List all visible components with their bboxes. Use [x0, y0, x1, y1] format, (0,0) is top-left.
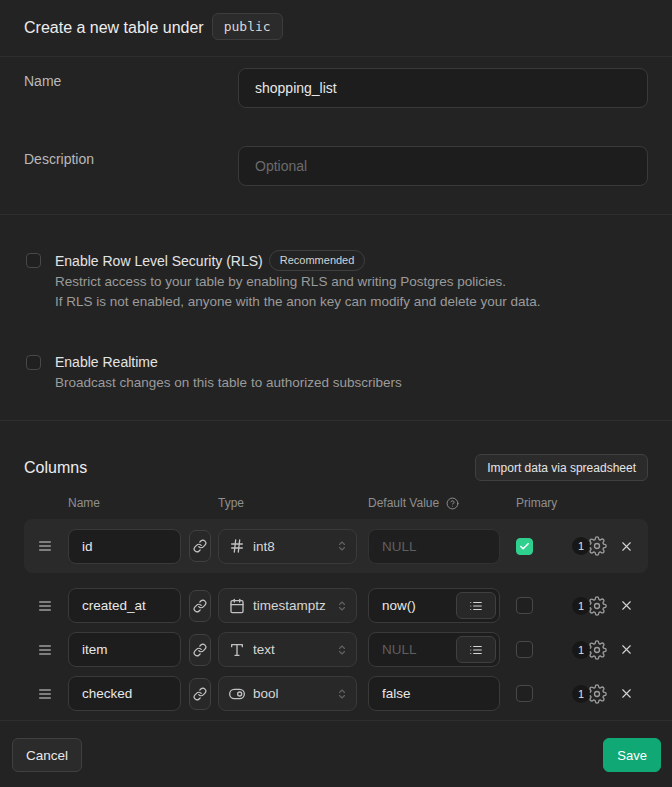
drag-handle-icon[interactable]	[37, 598, 53, 614]
drag-handle-icon[interactable]	[37, 686, 53, 702]
default-value-input[interactable]	[368, 676, 500, 711]
calendar-icon	[229, 598, 245, 614]
text-type-icon	[229, 642, 245, 658]
gear-icon[interactable]	[587, 640, 607, 660]
save-button[interactable]: Save	[603, 738, 661, 772]
column-type-name: int8	[253, 539, 336, 554]
column-type-select[interactable]: text	[218, 632, 357, 667]
remove-column-icon[interactable]	[619, 539, 634, 554]
drag-handle-icon[interactable]	[37, 642, 53, 658]
table-name-input[interactable]	[238, 68, 648, 108]
column-type-name: timestamptz	[253, 598, 336, 613]
panel-header: Create a new table under public	[0, 0, 672, 57]
column-type-select[interactable]: int8	[218, 529, 357, 564]
name-field-row: Name	[24, 68, 648, 108]
header-primary: Primary	[516, 496, 557, 510]
column-settings-group: 1	[572, 684, 607, 704]
column-type-name: text	[253, 642, 336, 657]
settings-count-badge: 1	[572, 641, 590, 659]
columns-head: Columns Import data via spreadsheet	[24, 454, 648, 481]
column-type-name: bool	[253, 686, 336, 701]
columns-title: Columns	[24, 459, 87, 477]
settings-count-badge: 1	[572, 537, 590, 555]
schema-badge: public	[212, 13, 283, 40]
remove-column-icon[interactable]	[619, 642, 634, 657]
column-settings-group: 1	[572, 640, 607, 660]
settings-count-badge: 1	[572, 685, 590, 703]
header-type: Type	[218, 496, 244, 510]
hash-icon	[229, 538, 245, 554]
realtime-checkbox[interactable]	[26, 355, 41, 370]
chevrons-up-down-icon	[336, 599, 348, 613]
panel-title: Create a new table under	[24, 19, 204, 37]
realtime-toggle-row: Enable Realtime Broadcast changes on thi…	[24, 352, 648, 393]
table-description-input[interactable]	[238, 146, 648, 186]
column-row: int8 1	[24, 519, 648, 573]
chevrons-up-down-icon	[336, 687, 348, 701]
foreign-key-link-icon[interactable]	[189, 590, 211, 622]
header-name: Name	[68, 496, 100, 510]
chevrons-up-down-icon	[336, 539, 348, 553]
column-row: text 1	[24, 632, 648, 667]
description-field-row: Description	[24, 146, 648, 186]
toggle-right-icon	[229, 686, 245, 702]
gear-icon[interactable]	[587, 536, 607, 556]
primary-checkbox[interactable]	[516, 538, 533, 555]
realtime-description: Broadcast changes on this table to autho…	[55, 373, 402, 393]
rls-text-block: Enable Row Level Security (RLS) Recommen…	[55, 250, 541, 312]
default-value-wrap	[368, 588, 500, 623]
cancel-button[interactable]: Cancel	[12, 738, 82, 772]
rls-description-line1: Restrict access to your table by enablin…	[55, 272, 541, 292]
help-circle-icon	[446, 497, 459, 510]
gear-icon[interactable]	[587, 596, 607, 616]
default-value-list-button[interactable]	[456, 592, 496, 619]
column-table-headers: Name Type Default Value Primary	[24, 496, 648, 510]
remove-column-icon[interactable]	[619, 686, 634, 701]
description-label: Description	[24, 146, 238, 169]
column-name-input[interactable]	[68, 676, 181, 711]
default-value-wrap	[368, 676, 500, 711]
column-name-input[interactable]	[68, 529, 181, 564]
realtime-text-block: Enable Realtime Broadcast changes on thi…	[55, 352, 402, 393]
foreign-key-link-icon[interactable]	[189, 634, 211, 666]
import-spreadsheet-button[interactable]: Import data via spreadsheet	[475, 454, 648, 481]
columns-section: Columns Import data via spreadsheet Name…	[0, 421, 672, 721]
header-default-value: Default Value	[368, 496, 459, 510]
column-settings-group: 1	[572, 596, 607, 616]
foreign-key-link-icon[interactable]	[189, 530, 211, 562]
column-row: bool 1	[24, 676, 648, 711]
remove-column-icon[interactable]	[619, 598, 634, 613]
table-info-section: Name Description	[0, 57, 672, 215]
create-table-panel: Create a new table under public Name Des…	[0, 0, 672, 787]
column-settings-group: 1	[572, 536, 607, 556]
rls-checkbox[interactable]	[26, 253, 41, 268]
name-label: Name	[24, 68, 238, 91]
drag-handle-icon[interactable]	[37, 538, 53, 554]
table-options-section: Enable Row Level Security (RLS) Recommen…	[0, 215, 672, 421]
default-value-list-button[interactable]	[456, 636, 496, 663]
primary-checkbox[interactable]	[516, 597, 533, 614]
recommended-badge: Recommended	[269, 250, 366, 271]
gear-icon[interactable]	[587, 684, 607, 704]
column-row: timestamptz 1	[24, 588, 648, 623]
column-type-select[interactable]: timestamptz	[218, 588, 357, 623]
primary-checkbox[interactable]	[516, 685, 533, 702]
panel-footer: Cancel Save	[0, 721, 672, 787]
settings-count-badge: 1	[572, 597, 590, 615]
default-value-wrap	[368, 632, 500, 667]
primary-checkbox[interactable]	[516, 641, 533, 658]
column-type-select[interactable]: bool	[218, 676, 357, 711]
rls-description-line2: If RLS is not enabled, anyone with the a…	[55, 292, 541, 312]
column-name-input[interactable]	[68, 588, 181, 623]
default-value-input[interactable]	[368, 529, 500, 564]
realtime-label: Enable Realtime	[55, 352, 158, 372]
chevrons-up-down-icon	[336, 643, 348, 657]
foreign-key-link-icon[interactable]	[189, 678, 211, 710]
column-name-input[interactable]	[68, 632, 181, 667]
rls-label: Enable Row Level Security (RLS)	[55, 251, 263, 271]
default-value-wrap	[368, 529, 500, 564]
rls-toggle-row: Enable Row Level Security (RLS) Recommen…	[24, 250, 648, 312]
